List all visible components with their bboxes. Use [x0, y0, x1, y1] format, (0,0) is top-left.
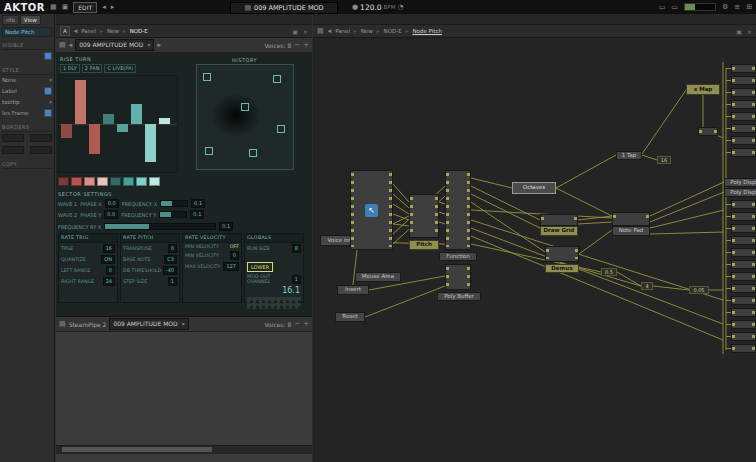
layout-grid-icon[interactable]: ▦ — [50, 4, 57, 11]
stack-node[interactable] — [731, 224, 756, 233]
color-swatch[interactable] — [71, 177, 82, 186]
bottom-preset-selector[interactable]: 009 AMPLITUDE MOD ▾ — [109, 318, 188, 330]
stack-node[interactable] — [731, 64, 756, 73]
chevron-down-icon[interactable]: ▾ — [49, 77, 52, 83]
stack-node[interactable] — [731, 100, 756, 109]
stack-node[interactable] — [731, 200, 756, 209]
close-icon[interactable]: × — [747, 28, 752, 35]
stack-node[interactable] — [731, 320, 756, 329]
minimize-icon[interactable]: − — [294, 321, 300, 328]
frequency-ry-value[interactable]: 0.1 — [219, 222, 233, 231]
stack-node[interactable] — [731, 308, 756, 317]
node-val-16[interactable]: 16 — [657, 156, 671, 164]
node-demux-module[interactable] — [545, 246, 579, 262]
menu-icon[interactable]: ≡ — [734, 4, 740, 11]
frame-checkbox[interactable] — [44, 109, 52, 117]
node-demux-label[interactable]: Demux — [545, 264, 579, 273]
label-checkbox[interactable] — [44, 87, 52, 95]
lower-button[interactable]: LOWER — [247, 262, 273, 272]
node-tap[interactable]: 1 Tap — [616, 151, 642, 160]
wave-2-label[interactable]: WAVE 2 — [58, 212, 77, 218]
minimize-icon[interactable]: − — [294, 42, 300, 49]
node-function-label[interactable]: Function — [439, 252, 477, 261]
xy-marker[interactable] — [277, 125, 285, 133]
right-range-value[interactable]: 24 — [103, 277, 115, 286]
node-reset[interactable]: Reset — [335, 312, 365, 322]
base-note-value[interactable]: C3 — [164, 255, 177, 264]
stack-node[interactable] — [731, 124, 756, 133]
structure-list-icon[interactable]: ▤ — [317, 28, 324, 35]
tempo-value[interactable]: 120.0 — [360, 3, 381, 12]
live-button[interactable]: C LIVE(PA) — [104, 64, 136, 73]
node-poly-display-2[interactable]: Poly Display — [724, 188, 756, 197]
db-threshold-value[interactable]: -40 — [163, 266, 177, 275]
stack-node[interactable] — [731, 248, 756, 257]
panel-a-icon[interactable]: ▭ — [659, 4, 666, 11]
stack-node[interactable] — [731, 332, 756, 341]
node-val-4[interactable]: 4 — [641, 282, 653, 290]
node-note-pad-label[interactable]: Note Pad — [612, 226, 650, 236]
min-velocity-value[interactable]: 0 — [230, 251, 239, 260]
freq-x-value[interactable]: 0.1 — [191, 199, 205, 208]
node-draw-grid-label[interactable]: Draw Grid — [540, 226, 578, 236]
color-swatch[interactable] — [136, 177, 147, 186]
preset-next-icon[interactable]: ▸ — [157, 42, 161, 49]
stack-node[interactable] — [731, 272, 756, 281]
stack-node[interactable] — [731, 136, 756, 145]
panel-a-button[interactable]: A — [60, 26, 70, 36]
back-icon[interactable]: ◂ — [74, 28, 78, 35]
stack-node[interactable] — [731, 344, 756, 353]
border-field[interactable] — [2, 146, 24, 154]
color-swatch[interactable] — [58, 177, 69, 186]
style-value[interactable]: None — [2, 77, 16, 83]
wave-1-label[interactable]: WAVE 1 — [58, 201, 77, 207]
node-octaves[interactable]: Octaves — [512, 182, 556, 194]
prev-icon[interactable]: ◂ — [102, 4, 106, 11]
back-icon[interactable]: ◂ — [328, 28, 332, 35]
node-mouse-area-label[interactable]: Mouse Area — [355, 272, 401, 282]
step-size-value[interactable]: 1 — [168, 277, 177, 286]
tab-info[interactable]: nfo — [2, 15, 19, 25]
max-velocity-value[interactable]: 127 — [223, 262, 239, 271]
node-port-a[interactable] — [698, 127, 718, 136]
xy-marker[interactable] — [241, 103, 249, 111]
add-icon[interactable]: + — [303, 321, 309, 328]
step-grid[interactable] — [247, 297, 301, 309]
tab-view[interactable]: View — [20, 15, 41, 25]
node-mux-module[interactable] — [445, 170, 471, 250]
xy-marker[interactable] — [203, 73, 211, 81]
bottom-voices-label[interactable]: Voices: 8 — [264, 321, 291, 328]
breadcrumb-new[interactable]: New — [107, 28, 119, 34]
dly-button[interactable]: 1 DLY — [60, 64, 80, 73]
instrument-list-icon[interactable]: ▤ — [59, 42, 66, 49]
stack-node[interactable] — [731, 148, 756, 157]
mod-out-channel-value[interactable]: 1 — [292, 275, 301, 284]
phase-y-value[interactable]: 0.0 — [104, 210, 118, 219]
quantize-value[interactable]: ON — [101, 255, 115, 264]
stack-node[interactable] — [731, 76, 756, 85]
panel-toggle-icon[interactable]: ▣ — [62, 4, 69, 11]
node-val-05[interactable]: 0.5 — [601, 268, 617, 276]
node-poly-display-1[interactable]: Poly Display — [724, 178, 756, 187]
breadcrumb-node[interactable]: NOD-E — [130, 28, 148, 34]
transpose-value[interactable]: 0 — [168, 244, 177, 253]
stack-node[interactable] — [731, 236, 756, 245]
node-x-map[interactable]: x Map — [686, 84, 720, 95]
stack-node[interactable] — [731, 296, 756, 305]
xy-pad[interactable] — [196, 64, 294, 170]
next-icon[interactable]: ▸ — [111, 4, 115, 11]
stack-node[interactable] — [731, 88, 756, 97]
breadcrumb-panel[interactable]: Panel — [335, 28, 350, 34]
xy-marker[interactable] — [273, 75, 281, 83]
stack-node[interactable] — [731, 284, 756, 293]
node-poly-buffer-label[interactable]: Poly Buffer — [437, 292, 481, 301]
add-icon[interactable]: + — [303, 42, 309, 49]
border-field[interactable] — [30, 146, 52, 154]
trse-value[interactable]: 16 — [103, 244, 115, 253]
xy-marker[interactable] — [249, 149, 257, 157]
pin-icon[interactable]: ▣ — [736, 28, 742, 35]
border-field[interactable] — [30, 134, 52, 142]
color-swatch[interactable] — [123, 177, 134, 186]
chevron-down-icon[interactable]: ▾ — [49, 99, 52, 105]
xy-marker[interactable] — [205, 147, 213, 155]
